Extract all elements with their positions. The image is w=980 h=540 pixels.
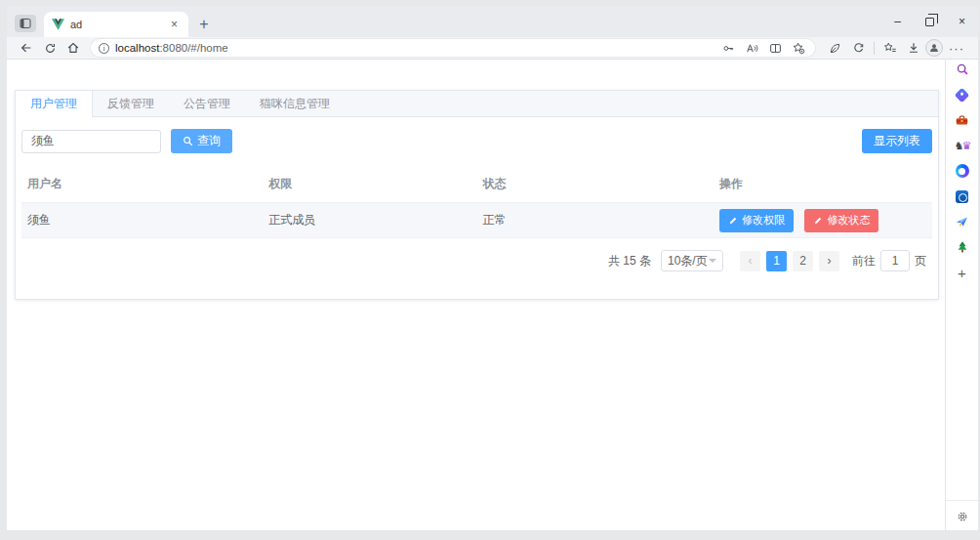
browser-toolbar: i localhost:8080/#/home [7,37,978,60]
chevron-down-icon [709,259,716,263]
home-icon [66,41,80,55]
cell-status: 正常 [476,203,714,238]
pagination-total: 共 15 条 [608,253,651,270]
show-list-label: 显示列表 [874,133,920,149]
page-size-select[interactable]: 10条/页 [661,250,723,271]
edit-icon [813,216,823,226]
split-screen-icon[interactable] [766,40,784,56]
edit-permission-button[interactable]: 修改权限 [719,209,794,232]
back-button[interactable] [15,38,38,58]
favorites-icon[interactable] [878,38,902,58]
minimize-button[interactable]: – [881,6,914,37]
users-table: 用户名 权限 状态 操作 须鱼 正式成员 正常 [21,166,932,238]
goto-page: 前往 页 [852,250,926,271]
table-header-row: 用户名 权限 状态 操作 [21,166,932,203]
tab-title: ad [70,19,162,30]
pagination: 共 15 条 10条/页 ‹ 1 2 › 前往 页 [21,250,926,271]
refresh-icon [44,42,57,55]
col-role: 权限 [263,166,476,203]
cell-actions: 修改权限 修改状态 [714,203,932,238]
url-text: localhost:8080/#/home [115,42,228,54]
sidebar-games-icon[interactable]: ♞♛ [954,138,971,153]
sidebar-settings-gear-icon[interactable] [954,509,971,524]
cell-role: 正式成员 [263,203,476,238]
goto-page-input[interactable] [880,250,910,271]
sidebar-copilot-icon[interactable] [954,163,971,179]
address-bar[interactable]: i localhost:8080/#/home [91,39,815,57]
cell-username: 须鱼 [21,203,263,238]
next-page-button[interactable]: › [819,251,839,271]
tab-feedback-management[interactable]: 反馈管理 [93,91,169,116]
edit-permission-label: 修改权限 [742,213,785,228]
sidebar-tools-icon[interactable] [954,112,971,128]
site-info-icon[interactable]: i [99,43,109,54]
show-list-button[interactable]: 显示列表 [862,129,932,153]
browser-tab[interactable]: ad × [44,12,188,37]
goto-label: 前往 [852,253,876,270]
tab-announcement-management[interactable]: 公告管理 [169,91,245,116]
window-controls: – × [881,6,978,37]
downloads-icon[interactable] [902,38,925,58]
profile-avatar[interactable] [925,39,943,57]
toolbar-separator [874,42,875,55]
sidebar-settings-area [946,500,978,530]
back-icon [20,41,33,55]
new-tab-button[interactable]: + [192,13,216,36]
col-status: 状态 [476,166,714,203]
url-host: localhost [115,42,159,54]
restore-button[interactable] [914,6,946,37]
editor-feather-icon[interactable] [823,38,846,58]
password-key-icon[interactable] [719,40,737,56]
edit-icon [728,216,738,226]
add-favorite-icon[interactable] [790,40,807,56]
app-tab-bar: 用户管理 反馈管理 公告管理 猫咪信息管理 [16,91,938,117]
url-path: :8080/#/home [159,42,227,54]
sidebar-shopping-icon[interactable] [954,87,971,103]
sidebar-tree-icon[interactable] [954,239,971,255]
prev-page-button[interactable]: ‹ [740,251,760,271]
goto-unit: 页 [915,253,926,270]
home-button[interactable] [61,38,85,58]
tab-user-management[interactable]: 用户管理 [16,91,93,117]
page-button-2[interactable]: 2 [793,251,813,271]
page-button-1[interactable]: 1 [766,251,787,271]
query-button-label: 查询 [197,133,221,149]
page-size-value: 10条/页 [668,253,708,270]
extension-arc-icon[interactable] [846,38,870,58]
tab-cat-info-management[interactable]: 猫咪信息管理 [245,91,345,116]
read-aloud-icon[interactable] [743,40,760,56]
sidebar-add-icon[interactable]: + [954,265,971,280]
tab-actions-button[interactable] [15,15,36,32]
query-button[interactable]: 查询 [171,129,232,153]
browser-window: ad × + – × i localho [7,6,978,530]
close-button[interactable]: × [946,6,978,37]
search-icon [183,136,193,146]
col-username: 用户名 [21,166,263,203]
restore-icon [925,18,934,26]
edit-status-button[interactable]: 修改状态 [804,209,878,232]
admin-card: 用户管理 反馈管理 公告管理 猫咪信息管理 查询 [15,90,939,300]
more-menu-button[interactable]: ··· [943,41,970,56]
tab-actions-icon [20,18,31,29]
table-row: 须鱼 正式成员 正常 修改权限 [21,203,932,238]
web-page: 用户管理 反馈管理 公告管理 猫咪信息管理 查询 [7,60,945,530]
edit-status-label: 修改状态 [827,213,870,228]
tab-close-icon[interactable]: × [168,18,181,31]
sidebar-outlook-icon[interactable] [954,188,971,204]
vue-favicon-icon [52,19,64,30]
browser-titlebar: ad × + – × [7,6,978,37]
sidebar-search-icon[interactable] [954,62,971,77]
edge-sidebar: ♞♛ + [945,60,978,530]
keyword-input[interactable] [21,130,161,153]
sidebar-drop-icon[interactable] [954,214,971,229]
person-icon [928,42,940,54]
col-actions: 操作 [714,166,932,203]
refresh-button[interactable] [38,38,61,58]
search-row: 查询 显示列表 [21,129,932,153]
